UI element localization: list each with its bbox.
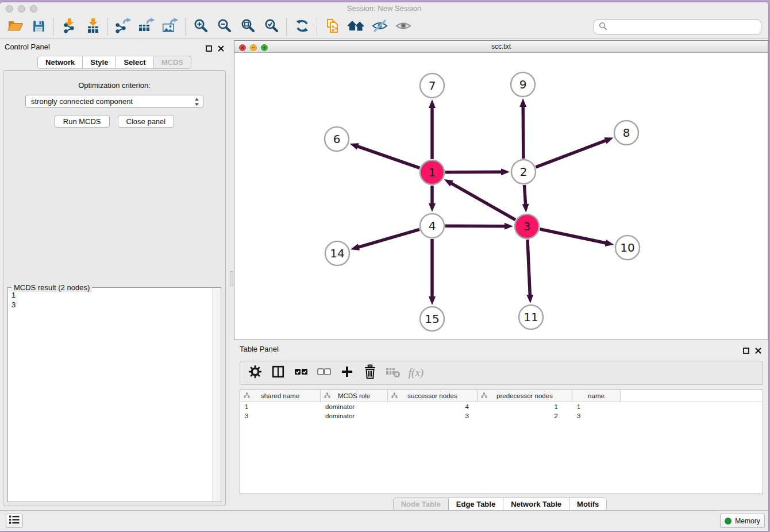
table-cell[interactable]: 1 [478,403,572,410]
graph-node-15[interactable]: 15 [420,307,444,331]
graph-edge-2-3[interactable] [522,185,529,213]
column-header-MCDS-role[interactable]: MCDS role [321,390,388,402]
zoom-selected-button[interactable] [260,17,283,37]
table-row[interactable]: 3dominator323 [240,411,763,421]
refresh-button[interactable] [290,17,314,37]
tab-motifs[interactable]: Motifs [569,498,607,511]
graph-node-4[interactable]: 4 [420,214,444,238]
float-panel-icon[interactable] [743,346,749,356]
graph-node-8[interactable]: 8 [614,121,638,145]
graph-edge-2-9[interactable] [519,98,526,159]
export-table-button[interactable] [135,17,159,37]
graph-node-10[interactable]: 10 [615,236,640,260]
table-cell[interactable]: 3 [240,413,321,419]
graph-node-1[interactable]: 1 [420,160,444,184]
toolbar-icons [3,17,415,37]
table-cell[interactable]: 1 [240,403,321,410]
close-panel-icon[interactable] [755,346,761,356]
graph-node-6[interactable]: 6 [325,127,349,151]
column-header-predecessor-nodes[interactable]: predecessor nodes [478,390,572,402]
graph-node-9[interactable]: 9 [511,72,535,97]
node-table: shared nameMCDS rolesuccessor nodesprede… [240,390,763,494]
graph-edge-3-11[interactable] [526,240,533,303]
zoom-window-button[interactable] [30,5,37,13]
tab-edge-table[interactable]: Edge Table [448,498,503,511]
graph-edge-2-8[interactable] [536,137,614,167]
zoom-out-button[interactable] [213,17,236,37]
import-table-button[interactable] [81,17,105,37]
search-box[interactable] [594,20,761,34]
function-builder-button[interactable]: f(x) [407,364,425,382]
graph-edge-3-1[interactable] [444,179,515,220]
divider-grip[interactable] [230,271,233,286]
deselect-all-button[interactable] [315,364,333,382]
table-row[interactable]: 1dominator411 [240,402,763,411]
tab-network-table[interactable]: Network Table [503,498,569,511]
panel-divider[interactable] [229,39,234,511]
network-graph[interactable]: 1234678910111415 [234,53,768,340]
result-scrollbar[interactable] [212,288,220,501]
optimization-select[interactable]: strongly connected component [25,95,203,108]
tab-mcds[interactable]: MCDS [153,56,191,69]
float-panel-icon[interactable] [206,44,212,54]
graph-node-11[interactable]: 11 [519,305,543,329]
column-header-name[interactable]: name [572,390,621,402]
columns-button[interactable] [269,364,287,382]
hide-selected-button[interactable] [368,17,391,37]
network-window-titlebar[interactable]: scc.txt [234,41,768,53]
tab-style[interactable]: Style [82,56,116,69]
close-window-button[interactable] [6,5,13,13]
column-header-shared-name[interactable]: shared name [240,390,321,402]
network-maximize-button[interactable] [261,43,268,53]
minimize-window-button[interactable] [18,5,25,13]
graph-node-2[interactable]: 2 [511,160,536,184]
graph-edge-1-2[interactable] [445,168,510,175]
column-header-successor-nodes[interactable]: successor nodes [388,390,478,402]
select-all-button[interactable] [292,364,310,382]
duplicate-network-button[interactable] [321,17,344,37]
graph-node-14[interactable]: 14 [325,241,349,265]
graph-node-3[interactable]: 3 [515,214,539,238]
graph-edge-4-14[interactable] [351,229,419,250]
graph-edge-1-7[interactable] [429,99,436,159]
home-button[interactable] [344,17,368,37]
network-minimize-button[interactable] [250,43,257,53]
network-canvas[interactable]: 1234678910111415 [234,53,768,340]
zoom-fit-button[interactable] [236,17,260,37]
table-cell[interactable]: 4 [388,403,478,410]
tab-select[interactable]: Select [116,56,153,69]
close-panel-icon[interactable] [218,44,224,54]
import-network-button[interactable] [57,17,81,37]
export-image-button[interactable] [159,17,182,37]
table-cell[interactable]: dominator [321,403,388,410]
run-mcds-button[interactable]: Run MCDS [55,115,110,128]
zoom-in-button[interactable] [189,17,213,37]
graph-edge-3-10[interactable] [540,229,614,246]
close-panel-button[interactable]: Close panel [118,115,175,128]
table-cell[interactable]: 3 [388,413,478,419]
task-list-button[interactable] [6,514,23,528]
graph-edge-1-6[interactable] [350,143,420,168]
graph-edge-4-15[interactable] [429,239,436,305]
export-network-button[interactable] [111,17,135,37]
table-cell[interactable]: 2 [478,413,572,419]
tab-network[interactable]: Network [37,56,83,69]
table-cell[interactable]: 1 [572,403,621,410]
open-file-icon [7,18,24,36]
delete-button[interactable] [361,364,379,382]
settings-button[interactable] [246,364,264,382]
graph-node-7[interactable]: 7 [420,74,444,98]
graph-edge-4-3[interactable] [445,223,513,230]
add-button[interactable] [338,364,356,382]
table-cell[interactable]: dominator [321,413,388,419]
search-input[interactable] [610,22,756,32]
tab-node-table[interactable]: Node Table [393,498,449,511]
open-file-button[interactable] [3,17,27,37]
graph-edge-1-4[interactable] [429,186,436,212]
show-all-button[interactable] [391,17,415,37]
memory-button[interactable]: Memory [720,514,765,528]
save-session-button[interactable] [27,17,51,37]
network-close-button[interactable] [239,43,246,53]
table-cell[interactable]: 3 [572,413,621,419]
delete-table-button[interactable] [384,364,402,382]
